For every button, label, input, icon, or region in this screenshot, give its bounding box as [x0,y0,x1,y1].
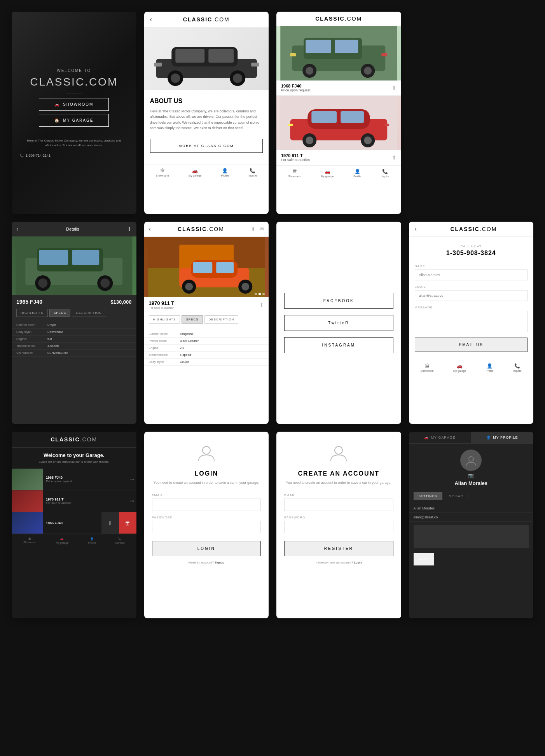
detail-911-mail[interactable]: ✉ [260,226,264,232]
about-title: ABOUT US [150,98,263,105]
showroom-icon: 🚗 [54,102,60,107]
svg-point-29 [364,136,372,144]
tab-911-description[interactable]: DESCRIPTION [204,315,239,324]
register-button[interactable]: REGISTER [284,541,393,556]
twitter-button[interactable]: TwitteR [284,315,393,331]
svg-point-16 [306,67,313,75]
nav-showroom-garage[interactable]: 🏛 Showroom [23,537,36,544]
nav-profile-contact[interactable]: 👤 Profile [486,363,494,372]
call-us-label: CALL US AT [415,245,528,248]
name-input[interactable] [415,270,528,280]
instagram-button[interactable]: INSTAGRAM [284,337,393,353]
svg-point-52 [203,446,210,454]
back-button[interactable]: ‹ [150,16,152,23]
garage-car-item-0[interactable]: 1968 FJ40 Price upon request ••• [12,469,136,490]
about-content: ABOUT US Here at The Classic Motor Compa… [144,90,269,164]
facebook-button[interactable]: FACEBOOK [284,293,393,309]
garage-911t-img [12,490,43,512]
911t-svg [276,96,401,150]
svg-point-49 [185,283,193,290]
screen-profile: 🚗 MY GARAGE 👤 MY PROFILE 📷 Alian Morales… [409,432,534,618]
fj40-info: 1968 FJ40 Price upon request ⬆ [276,80,401,95]
inquire-nav-icon: 📞 [250,168,255,173]
profile-name-field[interactable]: Alian Morales [409,504,534,513]
nav-profile-garage[interactable]: 👤 Profile [88,537,96,544]
cta-button[interactable]: MORE AT CLASSIC.COM [150,139,263,153]
user-svg-register [329,443,348,463]
detail-911-share-icon[interactable]: ⬆ [259,302,264,308]
svg-point-54 [469,457,473,461]
fj40-share-icon[interactable]: ⬆ [392,85,397,91]
nav-mygarage-garage[interactable]: 🚗 My garage [56,537,68,544]
tab-my-garage[interactable]: 🚗 MY GARAGE [409,432,471,443]
tab-description[interactable]: DESCRIPTION [72,309,106,317]
nav-my-garage[interactable]: 🚗 My garage [189,168,201,177]
tab-my-profile[interactable]: 👤 MY PROFILE [471,432,533,443]
showroom-button[interactable]: 🚗 SHOWROOM [39,98,109,111]
subtab-settings[interactable]: SETTINGS [414,492,442,500]
tab-911-specs[interactable]: SPECS [182,315,203,324]
spec-body: Body style: Convertible [12,329,136,336]
tab-specs[interactable]: SPECS [49,309,70,317]
detail-911-share[interactable]: ⬆ [251,226,255,232]
detail-911-logo: CLASSIC.COM [154,226,248,232]
spec-engine: Engine: 5.0 [12,336,136,343]
nav-garage-listing[interactable]: 🚗 My garage [321,169,334,178]
camera-icon[interactable]: 📷 [468,473,474,478]
nav-contact-garage[interactable]: 📞 Contact [115,537,124,544]
nav-profile-listing[interactable]: 👤 Profile [353,169,361,178]
message-textarea[interactable] [415,311,528,332]
contact-back-btn[interactable]: ‹ [415,226,417,233]
nav-inquire-contact[interactable]: 📞 Inquire [513,363,521,372]
profile-email-field[interactable]: alian@straat.co [409,513,534,522]
email-input[interactable] [415,290,528,301]
garage-icon: 🏠 [54,118,60,122]
svg-rect-47 [216,262,234,273]
garage-logo: CLASSIC.COM [51,436,97,443]
nav-garage-contact[interactable]: 🚗 My garage [453,363,466,372]
showroom-icon-contact: 🏛 [425,363,430,369]
fj40-svg [276,26,401,80]
register-email-input[interactable] [284,499,393,511]
login-button[interactable]: LOGIN [152,541,261,556]
garage-car-item-2[interactable]: 1965 FJ40 ⬆ 🗑 [12,512,136,534]
garage-welcome-title: Welcome to your Garage. [16,452,132,458]
car-card-911t[interactable]: 1970 911 T For sale at auction ⬆ [276,96,401,165]
login-password-input[interactable] [152,521,261,533]
profile-save-button[interactable]: SAVE [414,553,434,565]
signup-link[interactable]: Signup [215,561,224,564]
car-card-fj40[interactable]: 1968 FJ40 Price upon request ⬆ [276,26,401,96]
screen-home: WELCOME TO CLASSIC.COM 🚗 SHOWROOM 🏠 MY G… [12,12,136,214]
911t-share-icon[interactable]: ⬆ [392,154,397,161]
specs-911-section: Exterior color: Tangerine Interior color… [144,329,269,367]
garage-car-item-1[interactable]: 1970 911 T For sale at auction ••• [12,490,136,512]
register-password-input[interactable] [284,521,393,533]
nav-inquire[interactable]: 📞 Inquire [248,168,257,177]
listing-bottom-nav: 🏛 Showroom 🚗 My garage 👤 Profile 📞 Inqui… [276,165,401,181]
spec-911-interior: Interior color: Black Leather [144,338,269,345]
login-link[interactable]: Login [354,561,362,564]
svg-rect-20 [381,53,387,56]
detail-back-btn[interactable]: ‹ [16,226,18,233]
detail-911-name: 1970 911 T [149,300,175,306]
about-logo: CLASSIC.COM [183,16,230,23]
garage-button[interactable]: 🏠 MY GARAGE [39,114,109,127]
subtab-my-car[interactable]: MY CAR [444,492,468,500]
share-action-icon: ⬆ [108,520,112,526]
detail-911-back[interactable]: ‹ [149,226,151,233]
email-us-button[interactable]: EMAIL US [415,338,528,352]
screen-detail-dark: ‹ Details ⬆ 1965 FJ40 $130,000 HIGHLIGHT… [12,222,136,424]
detail-911-img [144,237,269,297]
garage-share-btn[interactable]: ⬆ [101,512,119,534]
svg-rect-46 [193,262,212,273]
garage-delete-btn[interactable]: 🗑 [119,512,136,534]
tab-911-highlights[interactable]: HIGHLIGHTS [149,315,180,324]
login-email-input[interactable] [152,499,261,511]
detail-share-icon[interactable]: ⬆ [127,226,132,232]
nav-showroom-contact[interactable]: 🏛 Showroom [421,363,433,372]
nav-showroom-listing[interactable]: 🏛 Showroom [288,169,301,178]
nav-inquire-listing[interactable]: 📞 Inquire [381,169,389,178]
nav-showroom[interactable]: 🏛 Showroom [156,168,169,177]
tab-highlights[interactable]: HIGHLIGHTS [16,309,48,317]
nav-profile[interactable]: 👤 Profile [221,168,229,177]
